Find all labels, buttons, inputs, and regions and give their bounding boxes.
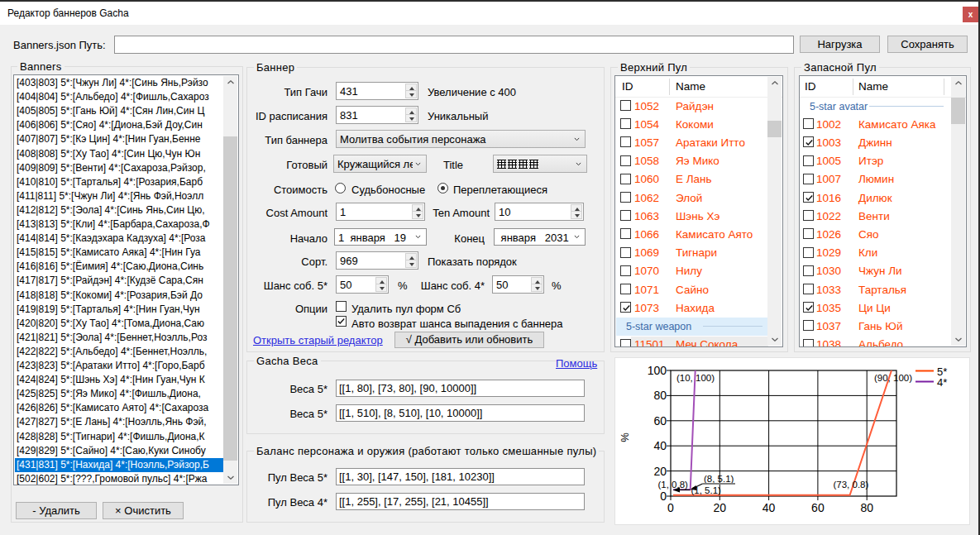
svg-text:0: 0: [660, 490, 667, 503]
svg-text:40: 40: [653, 439, 667, 452]
svg-text:(10, 100): (10, 100): [676, 373, 715, 383]
svg-text:80: 80: [860, 501, 873, 514]
svg-text:(73, 0.8): (73, 0.8): [834, 480, 869, 490]
svg-text:20: 20: [714, 501, 727, 514]
svg-text:40: 40: [762, 501, 776, 514]
svg-text:80: 80: [653, 389, 667, 402]
svg-text:%: %: [619, 432, 631, 442]
svg-text:100: 100: [648, 364, 667, 377]
svg-text:(1, 0.8): (1, 0.8): [658, 480, 689, 490]
svg-text:0: 0: [667, 501, 674, 514]
svg-text:4*: 4*: [937, 376, 947, 389]
svg-text:(8, 5.1): (8, 5.1): [704, 474, 734, 484]
svg-text:20: 20: [653, 465, 667, 478]
svg-text:(90, 100): (90, 100): [874, 373, 912, 383]
svg-text:60: 60: [811, 501, 825, 514]
svg-text:60: 60: [653, 414, 667, 428]
